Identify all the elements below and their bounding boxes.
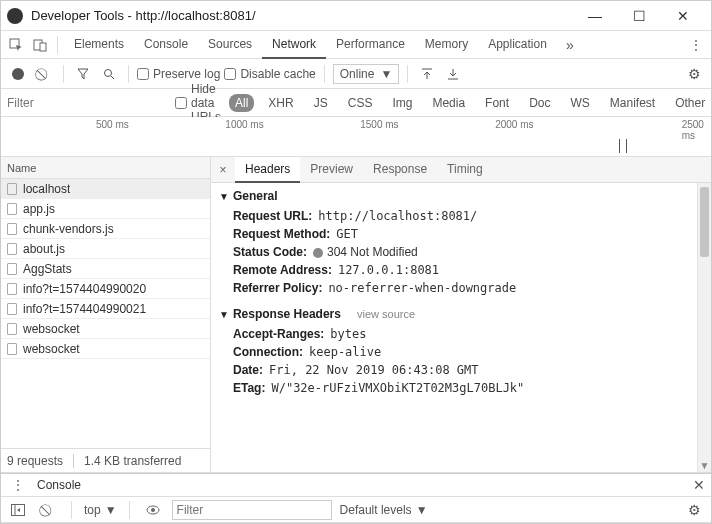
- referrer-policy-key: Referrer Policy:: [233, 281, 322, 295]
- minimize-button[interactable]: —: [573, 1, 617, 31]
- filter-toggle-icon[interactable]: [72, 63, 94, 85]
- panel-tab-performance[interactable]: Performance: [326, 31, 415, 59]
- scrollbar-thumb[interactable]: [700, 187, 709, 257]
- request-row[interactable]: info?t=1574404990021: [1, 299, 210, 319]
- remote-address-key: Remote Address:: [233, 263, 332, 277]
- request-row[interactable]: localhost: [1, 179, 210, 199]
- request-row[interactable]: chunk-vendors.js: [1, 219, 210, 239]
- import-har-icon[interactable]: [416, 63, 438, 85]
- preserve-log-label: Preserve log: [153, 67, 220, 81]
- details-scrollbar[interactable]: ▼: [697, 183, 711, 472]
- panel-tab-console[interactable]: Console: [134, 31, 198, 59]
- timeline-activity-bar: [619, 139, 620, 153]
- settings-gear-icon[interactable]: ⚙: [683, 63, 705, 85]
- request-row[interactable]: websocket: [1, 339, 210, 359]
- separator: [407, 65, 408, 83]
- general-section-title[interactable]: ▼General: [219, 189, 701, 203]
- console-toolbar: ⃠ top ▼ Default levels ▼ ⚙: [1, 497, 711, 523]
- request-filter-input[interactable]: [7, 91, 167, 115]
- console-settings-gear-icon[interactable]: ⚙: [683, 499, 705, 521]
- filter-type-manifest[interactable]: Manifest: [604, 94, 661, 112]
- record-button[interactable]: [7, 63, 29, 85]
- response-headers-title[interactable]: ▼Response Headersview source: [219, 307, 701, 321]
- close-drawer-icon[interactable]: ✕: [693, 477, 705, 493]
- etag-key: ETag:: [233, 381, 265, 395]
- file-icon: [7, 243, 17, 255]
- filter-type-font[interactable]: Font: [479, 94, 515, 112]
- disable-cache-checkbox[interactable]: Disable cache: [224, 67, 315, 81]
- panel-tab-network[interactable]: Network: [262, 31, 326, 59]
- panel-tab-elements[interactable]: Elements: [64, 31, 134, 59]
- log-levels-select[interactable]: Default levels ▼: [340, 503, 428, 517]
- filter-type-img[interactable]: Img: [386, 94, 418, 112]
- timeline-tick: 1000 ms: [225, 119, 263, 130]
- export-har-icon[interactable]: [442, 63, 464, 85]
- context-value: top: [84, 503, 101, 517]
- filter-row: Hide data URLs AllXHRJSCSSImgMediaFontDo…: [1, 89, 711, 117]
- request-details: × HeadersPreviewResponseTiming ▼General …: [211, 157, 711, 472]
- details-tab-response[interactable]: Response: [363, 157, 437, 183]
- console-filter-input[interactable]: [172, 500, 332, 520]
- connection-value: keep-alive: [309, 345, 381, 359]
- timeline-tick: 500 ms: [96, 119, 129, 130]
- close-details-icon[interactable]: ×: [211, 163, 235, 177]
- etag-value: W/"32e-rUFziVMXObiKT2T02M3gL70BLJk": [271, 381, 524, 395]
- kebab-menu-icon[interactable]: ⋮: [685, 34, 707, 56]
- date-value: Fri, 22 Nov 2019 06:43:08 GMT: [269, 363, 479, 377]
- clear-console-icon[interactable]: ⃠: [37, 499, 59, 521]
- maximize-button[interactable]: ☐: [617, 1, 661, 31]
- preserve-log-checkbox[interactable]: Preserve log: [137, 67, 220, 81]
- close-button[interactable]: ✕: [661, 1, 705, 31]
- panel-tab-application[interactable]: Application: [478, 31, 557, 59]
- device-toolbar-icon[interactable]: [29, 34, 51, 56]
- timeline-tick: 1500 ms: [360, 119, 398, 130]
- filter-type-js[interactable]: JS: [308, 94, 334, 112]
- status-code-value: 304 Not Modified: [313, 245, 418, 259]
- request-row[interactable]: app.js: [1, 199, 210, 219]
- filter-type-xhr[interactable]: XHR: [262, 94, 299, 112]
- panel-tab-memory[interactable]: Memory: [415, 31, 478, 59]
- request-name: AggStats: [23, 262, 72, 276]
- accept-ranges-value: bytes: [330, 327, 366, 341]
- more-tabs-icon[interactable]: »: [559, 34, 581, 56]
- throttling-select[interactable]: Online ▼: [333, 64, 400, 84]
- referrer-policy-value: no-referrer-when-downgrade: [328, 281, 516, 295]
- context-select[interactable]: top ▼: [84, 503, 117, 517]
- caret-down-icon: ▼: [219, 309, 229, 320]
- filter-type-media[interactable]: Media: [426, 94, 471, 112]
- kebab-menu-icon[interactable]: ⋮: [7, 474, 29, 496]
- request-list-header[interactable]: Name: [1, 157, 210, 179]
- requests-count: 9 requests: [7, 454, 63, 468]
- clear-icon[interactable]: ⃠: [33, 63, 55, 85]
- filter-type-other[interactable]: Other: [669, 94, 711, 112]
- separator: [324, 65, 325, 83]
- live-expression-icon[interactable]: [142, 499, 164, 521]
- details-tab-timing[interactable]: Timing: [437, 157, 493, 183]
- timeline-tick: 2500 ms: [682, 119, 704, 141]
- request-row[interactable]: about.js: [1, 239, 210, 259]
- request-row[interactable]: info?t=1574404990020: [1, 279, 210, 299]
- chevron-down-icon: ▼: [380, 67, 392, 81]
- window-titlebar: Developer Tools - http://localhost:8081/…: [1, 1, 711, 31]
- inspect-element-icon[interactable]: [5, 34, 27, 56]
- details-tab-headers[interactable]: Headers: [235, 157, 300, 183]
- search-icon[interactable]: [98, 63, 120, 85]
- console-sidebar-toggle-icon[interactable]: [7, 499, 29, 521]
- panel-tab-sources[interactable]: Sources: [198, 31, 262, 59]
- timeline-overview[interactable]: 500 ms1000 ms1500 ms2000 ms2500 ms: [1, 117, 711, 157]
- request-row[interactable]: AggStats: [1, 259, 210, 279]
- file-icon: [7, 203, 17, 215]
- filter-type-all[interactable]: All: [229, 94, 254, 112]
- request-method-value: GET: [336, 227, 358, 241]
- request-name: info?t=1574404990021: [23, 302, 146, 316]
- filter-type-ws[interactable]: WS: [564, 94, 595, 112]
- filter-type-css[interactable]: CSS: [342, 94, 379, 112]
- filter-type-doc[interactable]: Doc: [523, 94, 556, 112]
- separator: [57, 36, 58, 54]
- console-drawer-title[interactable]: Console: [37, 478, 81, 492]
- request-url-value: http://localhost:8081/: [318, 209, 477, 223]
- view-source-link[interactable]: view source: [357, 308, 415, 320]
- scroll-down-icon[interactable]: ▼: [698, 458, 711, 472]
- details-tab-preview[interactable]: Preview: [300, 157, 363, 183]
- request-row[interactable]: websocket: [1, 319, 210, 339]
